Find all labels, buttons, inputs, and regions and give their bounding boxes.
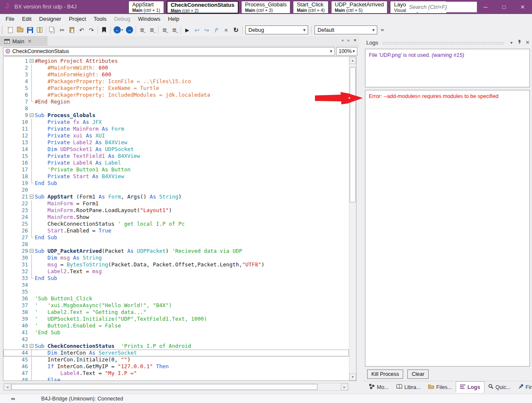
stop-icon[interactable]: ■ (221, 25, 231, 35)
code-line[interactable]: 34 (3, 282, 349, 288)
save-icon[interactable] (25, 25, 35, 35)
code-line[interactable]: 33End Sub (3, 275, 349, 282)
open-project-icon[interactable] (15, 25, 25, 35)
navigate-forward-icon[interactable]: → (125, 25, 134, 35)
step-into-icon[interactable]: ↩ (192, 25, 202, 35)
code-line[interactable]: 10 Private fx As JFX (3, 119, 349, 126)
panel-tab-mo[interactable]: Mo... (365, 381, 393, 393)
code-line[interactable]: 17 'Private Button1 As Button (3, 166, 349, 173)
code-line[interactable]: 45 InterCon.Initialize(0, "") (3, 356, 349, 363)
code-line[interactable]: 37' 'xui.MsgboxAsync("Hello World!", "B4… (3, 302, 349, 309)
quick-tab-appstart[interactable]: AppStartMain (ctrl + 1) (128, 1, 164, 14)
indent-icon[interactable]: ≣ (170, 25, 179, 35)
fold-toggle-icon[interactable]: − (30, 344, 33, 348)
build-profile-combobox[interactable]: Default ▼ (315, 25, 377, 34)
run-icon[interactable]: ▶ (182, 25, 192, 35)
paste-icon[interactable] (67, 25, 77, 35)
log-warning-box[interactable]: File 'UDP.png' is not used. (warning #15… (365, 49, 530, 87)
code-line[interactable]: 36'Sub Button1_Click (3, 295, 349, 302)
toolbar-grip[interactable] (2, 26, 4, 34)
panel-menu-icon[interactable]: ▾ (508, 40, 515, 45)
fold-toggle-icon[interactable]: − (30, 113, 33, 117)
search-input[interactable] (406, 3, 484, 11)
zoom-combobox[interactable]: 100% ▼ (336, 47, 357, 56)
scroll-down-icon[interactable]: ▼ (349, 373, 356, 381)
code-line[interactable]: 25 CheckConnectionStatus ' get local I.P… (3, 221, 349, 227)
code-line[interactable]: 9−Sub Process_Globals (3, 112, 349, 119)
code-line[interactable]: 47 Label4.Text = "My I.P =" (3, 370, 349, 377)
tab-scroll-right-icon[interactable]: ▸ (348, 38, 350, 42)
code-line[interactable]: 11 Private MainForm As Form (3, 126, 349, 132)
toolbar-overflow-icon[interactable]: ▾▾ (381, 28, 383, 32)
code-line[interactable]: 19End Sub (3, 180, 349, 187)
code-line[interactable]: 8 (3, 105, 349, 112)
code-line[interactable]: 26 Start.Enabled = True (3, 227, 349, 234)
code-line[interactable]: 12 Private xui As XUI (3, 132, 349, 139)
tab-scroll-left-icon[interactable]: ◂ (341, 38, 343, 42)
menu-help[interactable]: Help (164, 15, 183, 23)
vertical-scroll-thumb[interactable] (350, 67, 356, 202)
scroll-up-icon[interactable]: ▲ (349, 57, 356, 64)
panel-tab-quic[interactable]: Quic... (485, 381, 515, 393)
quick-tab-udp_packetarrived[interactable]: UDP_PacketArrivedMain (ctrl + 5) (331, 1, 388, 14)
code-line[interactable]: 14 Dim UDPSocket1 As UDPSocket (3, 146, 349, 153)
code-line[interactable]: 38' Label2.Text = "Getting data..." (3, 309, 349, 316)
fold-toggle-icon[interactable]: − (30, 249, 33, 253)
vertical-scrollbar[interactable]: ▲ ▼ (349, 57, 356, 381)
pin-icon[interactable] (516, 39, 523, 45)
menu-tools[interactable]: Tools (90, 15, 110, 23)
code-line[interactable]: 39' UDPSocket1.Initialize("UDP",TextFiel… (3, 316, 349, 322)
code-line[interactable]: 31 msg = BytesToString(Packet.Data, Pack… (3, 261, 349, 268)
menu-windows[interactable]: Windows (134, 15, 164, 23)
code-line[interactable]: 15 Private TextField1 As B4XView (3, 153, 349, 160)
code-line[interactable]: 24 MainForm.Show (3, 214, 349, 221)
undo-icon[interactable]: ↶ (77, 25, 86, 35)
panel-tab-find[interactable]: Find... (515, 381, 532, 393)
code-line[interactable]: 3 #MainFormHeight: 600 (3, 71, 349, 78)
code-line[interactable]: 2 #MainFormWidth: 600 (3, 64, 349, 71)
panel-tab-libra[interactable]: Libra... (393, 381, 424, 393)
code-line[interactable]: 40' Button1.Enabled = False (3, 322, 349, 329)
fold-toggle-icon[interactable]: − (30, 59, 33, 63)
code-line[interactable]: 23 MainForm.RootPane.LoadLayout("Layout1… (3, 207, 349, 214)
outdent-icon[interactable]: ≣ (160, 25, 170, 35)
build-package-icon[interactable] (35, 25, 45, 35)
fold-toggle-icon[interactable]: − (30, 195, 33, 199)
tab-list-dropdown-icon[interactable]: ▾ (354, 38, 356, 42)
panel-drag-texture[interactable] (382, 42, 504, 45)
code-line[interactable]: 13 Private Label2 As B4XView (3, 139, 349, 146)
panel-tab-logs[interactable]: Logs (456, 381, 485, 393)
code-line[interactable]: 48 Else (3, 377, 349, 381)
restart-icon[interactable]: ↻ (231, 25, 241, 35)
panel-tab-files[interactable]: Files... (424, 381, 456, 393)
code-line[interactable]: 41'End Sub (3, 329, 349, 336)
comment-icon[interactable]: ≣ (137, 25, 147, 35)
step-out-icon[interactable]: ↱ (212, 25, 221, 35)
code-line[interactable]: 5 #PackagerProperty: ExeName = Turtle (3, 85, 349, 92)
menu-project[interactable]: Project (65, 15, 89, 23)
code-line[interactable]: 27End Sub (3, 234, 349, 241)
close-button[interactable]: ✕ (513, 0, 532, 14)
quick-tab-process_globals[interactable]: Process_GlobalsMain (ctrl + 3) (241, 1, 290, 14)
log-error-box[interactable]: Error: --add-modules= requires modules t… (365, 90, 530, 367)
code-line[interactable]: 43−Sub CheckConnectionStatus 'Prints I.P… (3, 343, 349, 350)
code-line[interactable]: 44 Dim InterCon As ServerSocket (3, 350, 349, 356)
kill-process-button[interactable]: Kill Process (367, 369, 403, 379)
scroll-right-icon[interactable]: ▸ (341, 383, 348, 390)
uncomment-icon[interactable]: ≣ (147, 25, 157, 35)
code-line[interactable]: 42 (3, 336, 349, 343)
close-panel-icon[interactable]: ✕ (524, 39, 531, 45)
code-line[interactable]: 1−#Region Project Attributes (3, 58, 349, 64)
quick-tab-checkconnectionstatus[interactable]: CheckConnectionStatusMain (ctrl + 2) (167, 1, 239, 14)
menu-file[interactable]: File (2, 15, 18, 23)
cut-icon[interactable]: ✂ (57, 25, 67, 35)
step-over-icon[interactable]: ↪ (202, 25, 212, 35)
code-line[interactable]: 46 If InterCon.GetMyIP = "127.0.0.1" The… (3, 363, 349, 370)
code-line[interactable]: 35 (3, 288, 349, 295)
search-box[interactable] (406, 2, 477, 12)
menu-edit[interactable]: Edit (18, 15, 35, 23)
build-mode-combobox[interactable]: Debug ▼ (245, 25, 308, 34)
menu-designer[interactable]: Designer (35, 15, 65, 23)
logs-panel-header[interactable]: Logs ▾ ✕ (363, 37, 532, 48)
code-line[interactable]: 16 Private Label4 As Label (3, 160, 349, 166)
